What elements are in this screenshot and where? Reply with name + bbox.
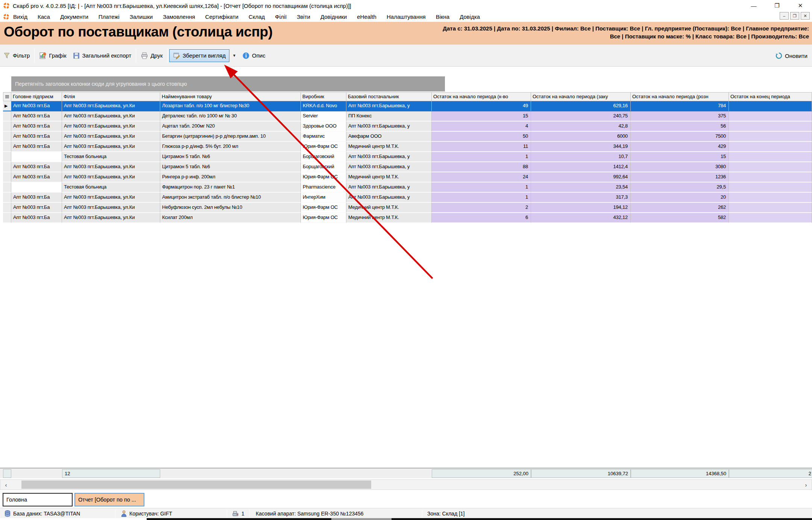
cell[interactable]: 6000 [531, 132, 631, 142]
cell[interactable]: Медичний центр М.Т.К. [346, 203, 432, 213]
cell[interactable]: Апт №003 пгт.Ба [11, 162, 62, 172]
cell[interactable]: Апт №003 пгт.Ба [11, 203, 62, 213]
export-button[interactable]: Загальний експорт [70, 50, 135, 62]
table-row[interactable]: Апт №003 пгт.БаАпт №003 пгт.Барышевка, у… [3, 172, 812, 182]
table-row[interactable]: Апт №003 пгт.БаАпт №003 пгт.Барышевка, у… [3, 162, 812, 172]
cell[interactable]: Апт №003 пгт.Барышевка, ул.Ки [62, 101, 160, 111]
table-row[interactable]: Апт №003 пгт.БаАпт №003 пгт.Барышевка, у… [3, 203, 812, 213]
menu-item-platezhi[interactable]: Платежі [99, 14, 120, 20]
cell[interactable]: Ацетал табл. 200мг N20 [160, 122, 301, 132]
cell[interactable]: 56 [631, 122, 729, 132]
cell[interactable]: Апт №003 пгт.Барышевка, ул.Ки [62, 213, 160, 223]
refresh-button[interactable]: Оновити [785, 53, 807, 59]
cell[interactable]: Servier [301, 111, 346, 122]
cell[interactable]: Апт №003 пгт.Барышевка, ул.Ки [62, 193, 160, 203]
group-by-panel[interactable]: Перетягніть заголовок колонки сюди для у… [11, 76, 445, 91]
scroll-right-arrow[interactable]: › [801, 480, 811, 490]
description-button[interactable]: Опис [239, 50, 269, 62]
cell[interactable] [11, 182, 62, 193]
cell[interactable] [729, 132, 812, 142]
cell[interactable] [729, 172, 812, 182]
table-row[interactable]: ▶Апт №003 пгт.БаАпт №003 пгт.Барышевка, … [3, 101, 812, 111]
cell[interactable]: 432,12 [531, 213, 631, 223]
cell[interactable]: Борщаговский [301, 162, 346, 172]
cell[interactable]: Фарматис [301, 132, 346, 142]
cell[interactable]: Апт №003 пгт.Барышевка, ул.Ки [62, 122, 160, 132]
column-header-start-retail[interactable]: Остаток на начало периода (розн [631, 92, 729, 101]
cell[interactable]: Апт №003 пгт.Барышевка, ул.Ки [62, 111, 160, 122]
cell[interactable]: 23,54 [531, 182, 631, 193]
table-row[interactable]: Апт №003 пгт.БаАпт №003 пгт.Барышевка, у… [3, 132, 812, 142]
cell[interactable]: 88 [432, 162, 531, 172]
horizontal-scrollbar[interactable]: ‹ › [0, 479, 812, 490]
cell[interactable]: Апт №003 пгт.Барышевка, ул.Ки [62, 142, 160, 152]
cell[interactable]: Авефарм ООО [346, 132, 432, 142]
cell[interactable]: 194,12 [531, 203, 631, 213]
menu-item-zamovlennia[interactable]: Замовлення [163, 14, 195, 20]
table-row[interactable]: Тестовая больницаФармацитрон пор. 23 г п… [3, 182, 812, 193]
filter-button[interactable]: Фільтр [0, 50, 33, 62]
table-row[interactable]: Апт №003 пгт.БаАпт №003 пгт.Барышевка, у… [3, 213, 812, 223]
cell[interactable]: 50 [432, 132, 531, 142]
cell[interactable]: 1 [432, 152, 531, 162]
menu-item-kasa[interactable]: Каса [38, 14, 50, 20]
cell[interactable]: Апт №003 пгт.Барышевка, у [346, 101, 432, 111]
cell[interactable]: Борщаговский [301, 152, 346, 162]
cell[interactable]: Амицитрон экстратаб табл. п/о блистер №1… [160, 193, 301, 203]
column-header-branch[interactable]: Філія [62, 92, 160, 101]
mdi-close-button[interactable]: ✕ [801, 12, 810, 20]
cell[interactable]: Цитрамон 5 табл. №6 [160, 162, 301, 172]
cell[interactable]: Бетаргин (цитраргинин) р-р д/пер.прим.ам… [160, 132, 301, 142]
cell[interactable] [729, 193, 812, 203]
menu-item-dovidnyky[interactable]: Довідники [320, 14, 347, 20]
cell[interactable]: ПП Конекс [346, 111, 432, 122]
cell[interactable]: Лозартан табл. п/о 100 мг блистер №30 [160, 101, 301, 111]
cell[interactable]: Апт №003 пгт.Барышевка, у [346, 162, 432, 172]
minimize-button[interactable]: — [742, 0, 765, 11]
cell[interactable]: Медичний центр М.Т.К. [346, 142, 432, 152]
save-view-dropdown-arrow[interactable]: ▼ [229, 53, 239, 58]
cell[interactable]: 10,7 [531, 152, 631, 162]
column-header-holding[interactable]: Головне підприєм [11, 92, 62, 101]
cell[interactable]: Апт №003 пгт.Барышевка, у [346, 182, 432, 193]
column-chooser-icon[interactable] [3, 92, 11, 101]
cell[interactable]: Апт №003 пгт.Барышевка, у [346, 122, 432, 132]
cell[interactable] [729, 162, 812, 172]
cell[interactable]: 15 [432, 111, 531, 122]
scrollbar-thumb[interactable] [21, 480, 371, 489]
cell[interactable]: 11 [432, 142, 531, 152]
cell[interactable]: 317,3 [531, 193, 631, 203]
cell[interactable]: Здоровье ООО [301, 122, 346, 132]
cell[interactable]: 582 [631, 213, 729, 223]
cell[interactable]: Апт №003 пгт.Ба [11, 132, 62, 142]
cell[interactable] [11, 152, 62, 162]
cell[interactable]: 20 [631, 193, 729, 203]
cell[interactable]: Апт №003 пгт.Барышевка, ул.Ки [62, 132, 160, 142]
cell[interactable]: Апт №003 пгт.Барышевка, ул.Ки [62, 172, 160, 182]
cell[interactable]: KRKA d.d. Novo [301, 101, 346, 111]
cell[interactable]: 3080 [631, 162, 729, 172]
column-header-manufacturer[interactable]: Виробник [301, 92, 346, 101]
close-button[interactable]: ✕ [789, 0, 812, 11]
cell[interactable]: 1412,4 [531, 162, 631, 172]
mdi-minimize-button[interactable]: – [780, 12, 789, 20]
cell[interactable]: ИнтерХим [301, 193, 346, 203]
cell[interactable]: Апт №003 пгт.Ба [11, 122, 62, 132]
cell[interactable]: 375 [631, 111, 729, 122]
cell[interactable]: Небуфлюзон сусп. 2мл небулы №10 [160, 203, 301, 213]
cell[interactable]: Ксилат 200мл [160, 213, 301, 223]
cell[interactable]: 344,19 [531, 142, 631, 152]
menu-item-dovidka[interactable]: Довідка [460, 14, 480, 20]
scroll-left-arrow[interactable]: ‹ [1, 480, 11, 490]
cell[interactable]: Апт №003 пгт.Барышевка, у [346, 152, 432, 162]
table-row[interactable]: Тестовая больницаЦитрамон 5 табл. №6Борщ… [3, 152, 812, 162]
cell[interactable]: Юрия-Фарм ОС [301, 142, 346, 152]
cell[interactable]: 6 [432, 213, 531, 223]
cell[interactable] [729, 152, 812, 162]
cell[interactable]: 2 [432, 203, 531, 213]
cell[interactable] [729, 111, 812, 122]
menu-item-dokumenty[interactable]: Документи [60, 14, 88, 20]
cell[interactable]: 1236 [631, 172, 729, 182]
table-row[interactable]: Апт №003 пгт.БаАпт №003 пгт.Барышевка, у… [3, 111, 812, 122]
cell[interactable]: 429 [631, 142, 729, 152]
